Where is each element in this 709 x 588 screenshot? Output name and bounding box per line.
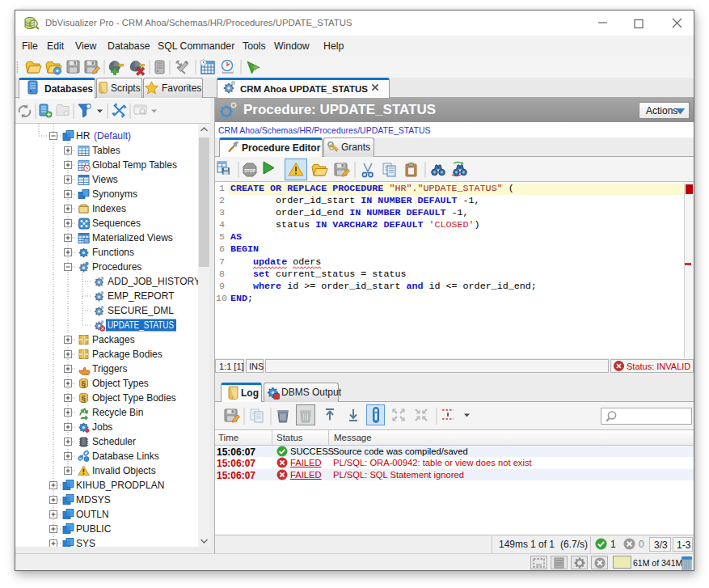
svg-text:Procedures: Procedures: [92, 261, 141, 273]
svg-text:Indexes: Indexes: [92, 203, 126, 214]
svg-text:Object Types: Object Types: [92, 378, 149, 389]
svg-text:Jobs: Jobs: [92, 421, 112, 433]
svg-text:EMP_REPORT: EMP_REPORT: [108, 290, 175, 302]
svg-text:ADD_JOB_HISTORY: ADD_JOB_HISTORY: [108, 276, 198, 287]
svg-text:UPDATE_STATUS: UPDATE_STATUS: [108, 319, 174, 331]
svg-text:Package Bodies: Package Bodies: [92, 349, 162, 360]
svg-text:Sequences: Sequences: [92, 218, 141, 229]
svg-text:Global Temp Tables: Global Temp Tables: [92, 159, 177, 171]
svg-text:Materialized Views: Materialized Views: [92, 232, 173, 243]
svg-text:Tables: Tables: [92, 145, 120, 156]
svg-text:Packages: Packages: [92, 334, 135, 345]
svg-text:Synonyms: Synonyms: [92, 188, 137, 200]
svg-text:HR: HR: [76, 130, 91, 142]
svg-text:Recycle Bin: Recycle Bin: [92, 407, 143, 418]
svg-text:OUTLN: OUTLN: [76, 509, 109, 520]
svg-text:Scheduler: Scheduler: [92, 436, 136, 447]
svg-text:SECURE_DML: SECURE_DML: [108, 305, 174, 316]
svg-text:Triggers: Triggers: [92, 363, 128, 374]
svg-text:Database Links: Database Links: [92, 451, 159, 462]
svg-text:Invalid Objects: Invalid Objects: [92, 465, 156, 476]
svg-text:KIHUB_PRODPLAN: KIHUB_PRODPLAN: [76, 480, 164, 491]
svg-text:MDSYS: MDSYS: [76, 494, 111, 506]
svg-text:Views: Views: [92, 174, 118, 185]
svg-text:PUBLIC: PUBLIC: [76, 523, 112, 535]
svg-text:Object Type Bodies: Object Type Bodies: [92, 392, 176, 404]
svg-text:Functions: Functions: [92, 247, 134, 258]
svg-text:(Default): (Default): [94, 130, 131, 142]
